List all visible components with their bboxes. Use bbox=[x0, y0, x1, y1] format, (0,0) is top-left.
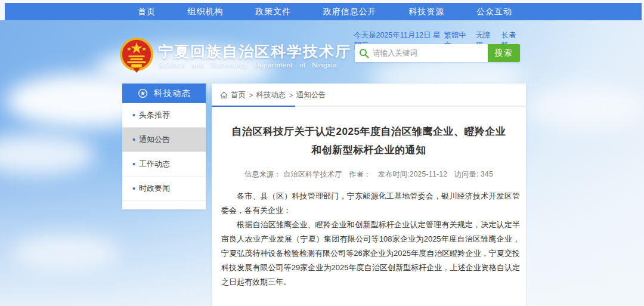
sidebar-header: 科技动态 bbox=[122, 84, 206, 103]
search-input[interactable] bbox=[373, 44, 488, 62]
search-bar: 搜索 bbox=[355, 44, 520, 62]
article-title-line2: 和创新型标杆企业的通知 bbox=[212, 141, 526, 159]
nav-item-org[interactable]: 组织机构 bbox=[188, 7, 224, 17]
sidebar: 科技动态 • 头条推荐 • 通知公告 • 工作动态 • 时政要闻 bbox=[122, 84, 206, 209]
sidebar-item-headlines[interactable]: • 头条推荐 bbox=[122, 103, 206, 128]
bullet-icon: • bbox=[132, 184, 135, 193]
sidebar-footer bbox=[122, 201, 206, 209]
cloud-shape bbox=[525, 86, 644, 128]
breadcrumb-current: 通知公告 bbox=[296, 90, 326, 100]
search-icon bbox=[355, 44, 373, 62]
breadcrumb-separator: > bbox=[249, 91, 253, 100]
article-paragraph: 各市、县（区）科技管理部门，宁东能源化工基地管委会，银川经济技术开发区管委会，各… bbox=[221, 189, 520, 218]
meta-source: 信息来源： 自治区科学技术厅 bbox=[244, 170, 342, 178]
nav-item-resources[interactable]: 科技资源 bbox=[408, 7, 444, 17]
breadcrumb: 首页 > 科技动态 > 通知公告 bbox=[212, 84, 526, 106]
nav-item-policy[interactable]: 政策文件 bbox=[255, 7, 291, 17]
top-navigation-bar: 首页 组织机构 政策文件 政府信息公开 科技资源 公众互动 bbox=[5, 3, 642, 20]
bullet-icon: • bbox=[132, 159, 135, 169]
article-paragraph: 根据自治区雏鹰企业、瞪羚企业和创新型标杆企业认定管理有关规定，决定认定半亩良人农… bbox=[221, 218, 520, 289]
sidebar-title: 科技动态 bbox=[154, 88, 191, 99]
nav-item-interaction[interactable]: 公众互动 bbox=[476, 7, 512, 17]
search-button[interactable]: 搜索 bbox=[488, 44, 520, 62]
bullet-icon: • bbox=[132, 110, 135, 120]
article-title-line1: 自治区科技厅关于认定2025年度自治区雏鹰企业、瞪羚企业 bbox=[212, 122, 526, 141]
sidebar-item-label: 工作动态 bbox=[139, 159, 170, 169]
meta-visits: 访问量: 345 bbox=[454, 170, 493, 178]
breadcrumb-link-home[interactable]: 首页 bbox=[231, 90, 246, 100]
sidebar-item-label: 时政要闻 bbox=[139, 183, 170, 194]
breadcrumb-divider bbox=[212, 106, 526, 107]
article-title: 自治区科技厅关于认定2025年度自治区雏鹰企业、瞪羚企业 和创新型标杆企业的通知 bbox=[212, 122, 526, 160]
star-circle-icon bbox=[138, 88, 148, 98]
site-subtitle: Science and Technology Department of Nin… bbox=[159, 61, 337, 69]
home-icon bbox=[220, 91, 228, 99]
nav-item-home[interactable]: 首页 bbox=[138, 7, 156, 17]
site-title: 宁夏回族自治区科学技术厅 bbox=[158, 42, 351, 61]
sidebar-item-notices[interactable]: • 通知公告 bbox=[122, 128, 206, 152]
sidebar-item-label: 头条推荐 bbox=[139, 110, 170, 120]
page: { "nav": { "items": ["首页", "组织机构", "政策文件… bbox=[0, 0, 644, 306]
breadcrumb-separator: > bbox=[289, 91, 293, 100]
article-meta: 信息来源： 自治区科学技术厅 作者： 发布时间:2025-11-12 访问量: … bbox=[212, 169, 526, 180]
sidebar-item-work-updates[interactable]: • 工作动态 bbox=[122, 152, 206, 177]
cloud-shape bbox=[12, 235, 119, 271]
meta-pubtime: 发布时间:2025-11-12 bbox=[378, 170, 447, 178]
sidebar-item-political-news[interactable]: • 时政要闻 bbox=[122, 177, 206, 201]
article-panel: 首页 > 科技动态 > 通知公告 自治区科技厅关于认定2025年度自治区雏鹰企业… bbox=[212, 84, 526, 306]
nav-item-gov-info[interactable]: 政府信息公开 bbox=[323, 7, 377, 17]
national-emblem-logo bbox=[119, 37, 154, 73]
breadcrumb-link-section[interactable]: 科技动态 bbox=[256, 90, 286, 100]
bullet-icon: • bbox=[132, 135, 135, 144]
main-content: 科技动态 • 头条推荐 • 通知公告 • 工作动态 • 时政要闻 bbox=[122, 84, 526, 306]
article-body: 各市、县（区）科技管理部门，宁东能源化工基地管委会，银川经济技术开发区管委会，各… bbox=[212, 189, 526, 289]
meta-author: 作者： bbox=[349, 170, 371, 178]
sidebar-item-label: 通知公告 bbox=[139, 134, 170, 145]
cloud-shape bbox=[0, 134, 95, 175]
